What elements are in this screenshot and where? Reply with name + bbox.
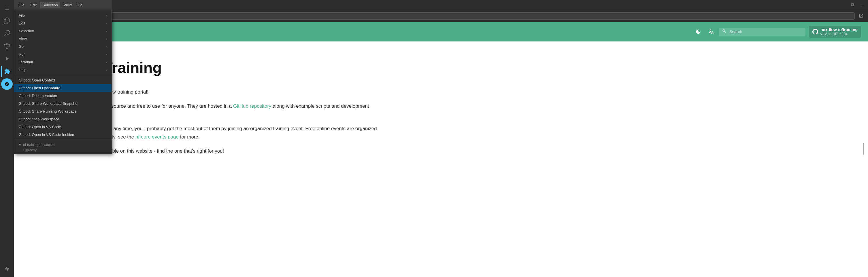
menu-run-item[interactable]: Run › bbox=[14, 50, 112, 58]
gitpod-share-running[interactable]: Gitpod: Share Running Workspace bbox=[14, 107, 112, 115]
gitpod-icon[interactable] bbox=[1, 263, 13, 275]
gitpod-open-vscode-insiders[interactable]: Gitpod: Open in VS Code Insiders bbox=[14, 131, 112, 139]
tab-actions: ⧉ ··· bbox=[848, 1, 868, 9]
run-debug-icon[interactable] bbox=[1, 53, 13, 65]
url-input[interactable] bbox=[48, 12, 855, 20]
browser-content: ☰ training.nextflow.io bbox=[14, 22, 868, 277]
header-icons: nextflow-io/training v1.2 ☆ 107 ⑂ 104 bbox=[694, 26, 861, 38]
hamburger-menu-icon[interactable]: ☰ bbox=[1, 2, 13, 14]
browser-toolbar: ← → ↻ bbox=[14, 10, 868, 22]
menu-selection-item[interactable]: Selection › bbox=[14, 27, 112, 35]
search-icon-inside bbox=[722, 29, 726, 35]
language-toggle-icon[interactable] bbox=[706, 27, 716, 36]
menu-go[interactable]: Go bbox=[75, 2, 85, 8]
main-area: ⬡ Simple Browser × ⧉ ··· ← → ↻ ☰ trainin… bbox=[14, 0, 868, 277]
menu-go-item[interactable]: Go › bbox=[14, 43, 112, 50]
remote-icon[interactable] bbox=[1, 78, 13, 90]
menu-file-item[interactable]: File › bbox=[14, 11, 112, 19]
activity-bar: ☰ bbox=[0, 0, 14, 277]
menu-file[interactable]: File bbox=[16, 2, 27, 8]
explorer-icon[interactable] bbox=[1, 15, 13, 27]
folder-item[interactable]: ∨ nf-training-advanced bbox=[19, 142, 107, 147]
menu-selection[interactable]: Selection bbox=[40, 2, 60, 8]
dropdown-top-section: File › Edit › Selection › View › Go › Ru… bbox=[14, 10, 112, 75]
dropdown-gitpod-section: Gitpod: Open Context Gitpod: Open Dashbo… bbox=[14, 75, 112, 140]
groovy-item[interactable]: › groovy bbox=[19, 147, 107, 152]
nfcore-events-link[interactable]: nf-core events page bbox=[135, 134, 179, 140]
github-repo-name: nextflow-io/training bbox=[820, 27, 858, 32]
open-external-button[interactable] bbox=[857, 12, 865, 20]
dropdown-menu: File › Edit › Selection › View › Go › Ru… bbox=[14, 10, 112, 154]
gitpod-documentation[interactable]: Gitpod: Documentation bbox=[14, 92, 112, 100]
github-badge[interactable]: nextflow-io/training v1.2 ☆ 107 ⑂ 104 bbox=[809, 26, 861, 38]
theme-toggle-icon[interactable] bbox=[694, 27, 703, 36]
menu-edit-item[interactable]: Edit › bbox=[14, 19, 112, 27]
menu-edit[interactable]: Edit bbox=[28, 2, 39, 8]
gitpod-open-context[interactable]: Gitpod: Open Context bbox=[14, 76, 112, 84]
gitpod-open-vscode[interactable]: Gitpod: Open in VS Code bbox=[14, 123, 112, 131]
menu-container: File Edit Selection View Go File › Edit … bbox=[14, 0, 112, 154]
svg-rect-0 bbox=[863, 143, 864, 154]
more-actions-button[interactable]: ··· bbox=[858, 1, 866, 9]
gitpod-share-snapshot[interactable]: Gitpod: Share Workspace Snapshot bbox=[14, 100, 112, 107]
site-header: ☰ training.nextflow.io bbox=[14, 22, 868, 41]
gitpod-stop-workspace[interactable]: Gitpod: Stop Workspace bbox=[14, 115, 112, 123]
menu-bar: File Edit Selection View Go bbox=[14, 0, 112, 10]
github-repo-link[interactable]: GitHub repository bbox=[233, 103, 271, 109]
github-stats: v1.2 ☆ 107 ⑂ 104 bbox=[820, 32, 858, 36]
search-icon[interactable] bbox=[1, 28, 13, 39]
menu-view[interactable]: View bbox=[61, 2, 74, 8]
tab-bar: ⬡ Simple Browser × ⧉ ··· bbox=[14, 0, 868, 10]
extensions-icon[interactable] bbox=[1, 66, 13, 77]
sidebar-toggle[interactable] bbox=[862, 143, 865, 156]
site-search-input[interactable] bbox=[719, 28, 805, 36]
search-wrapper bbox=[719, 28, 805, 36]
split-editor-button[interactable]: ⧉ bbox=[848, 1, 857, 9]
menu-view-item[interactable]: View › bbox=[14, 35, 112, 43]
gitpod-open-dashboard[interactable]: Gitpod: Open Dashboard bbox=[14, 84, 112, 92]
menu-terminal-item[interactable]: Terminal › bbox=[14, 58, 112, 66]
site-logo: training.nextflow.io bbox=[31, 29, 689, 35]
source-control-icon[interactable] bbox=[1, 40, 13, 52]
menu-help-item[interactable]: Help › bbox=[14, 66, 112, 74]
